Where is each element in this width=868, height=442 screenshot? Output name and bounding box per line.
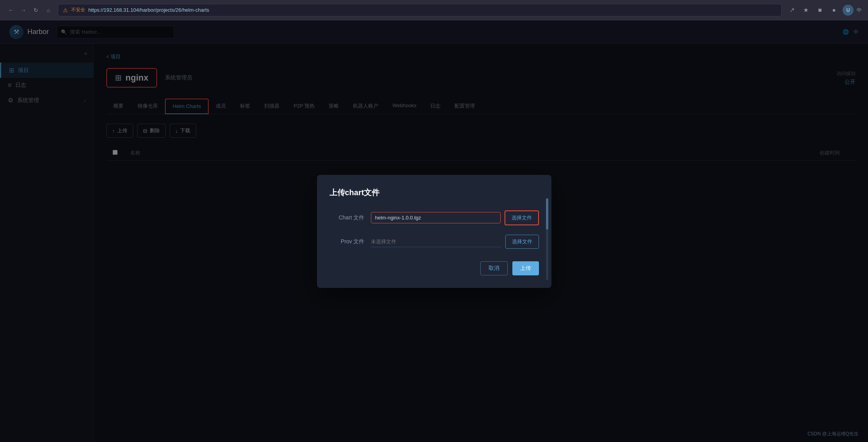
watermark-text: CSDN @上海运维Q先生 [807,431,859,437]
chart-file-row: Chart 文件 选择文件 [329,210,539,225]
home-button[interactable]: ⌂ [44,5,53,15]
user-avatar: U [843,5,854,16]
share-button[interactable]: ↗ [786,5,797,16]
upload-modal: 上传chart文件 Chart 文件 选择文件 Prov 文件 选择文件 取消 … [317,175,551,288]
address-bar[interactable]: ⚠ 不安全 https://192.168.31.104/harbor/proj… [58,4,782,16]
url-display: https://192.168.31.104/harbor/projects/2… [88,7,209,13]
modal-title: 上传chart文件 [329,187,539,198]
submit-upload-button[interactable]: 上传 [512,261,539,275]
prov-file-input[interactable] [371,236,501,247]
forward-button[interactable]: → [19,5,28,15]
modal-scrollbar-thumb [546,198,548,230]
modal-overlay: 上传chart文件 Chart 文件 选择文件 Prov 文件 选择文件 取消 … [0,20,868,442]
modal-scrollbar[interactable] [546,198,548,280]
security-warning-icon: ⚠ [63,7,68,13]
extension-button[interactable]: ■ [814,5,825,16]
reload-button[interactable]: ↻ [31,5,41,15]
browser-chrome: ← → ↻ ⌂ ⚠ 不安全 https://192.168.31.104/har… [0,0,868,20]
chart-file-label: Chart 文件 [329,214,365,221]
warning-label: 不安全 [71,7,85,13]
profile-button[interactable]: ● [829,5,839,16]
prov-file-label: Prov 文件 [329,238,365,245]
browser-actions: ↗ ★ ■ ● U 中 [786,5,862,16]
modal-footer: 取消 上传 [329,261,539,275]
back-button[interactable]: ← [6,5,16,15]
chart-file-group: 选择文件 [371,210,539,225]
prov-file-row: Prov 文件 选择文件 [329,235,539,249]
prov-choose-file-button[interactable]: 选择文件 [505,235,539,249]
bookmark-button[interactable]: ★ [800,5,811,16]
watermark: CSDN @上海运维Q先生 [807,431,859,437]
lang-label: 中 [857,7,862,14]
prov-file-group: 选择文件 [371,235,539,249]
chart-file-input[interactable] [371,212,501,223]
chart-choose-file-button[interactable]: 选择文件 [505,210,539,225]
browser-nav-buttons: ← → ↻ ⌂ [6,5,53,15]
cancel-button[interactable]: 取消 [480,261,508,275]
